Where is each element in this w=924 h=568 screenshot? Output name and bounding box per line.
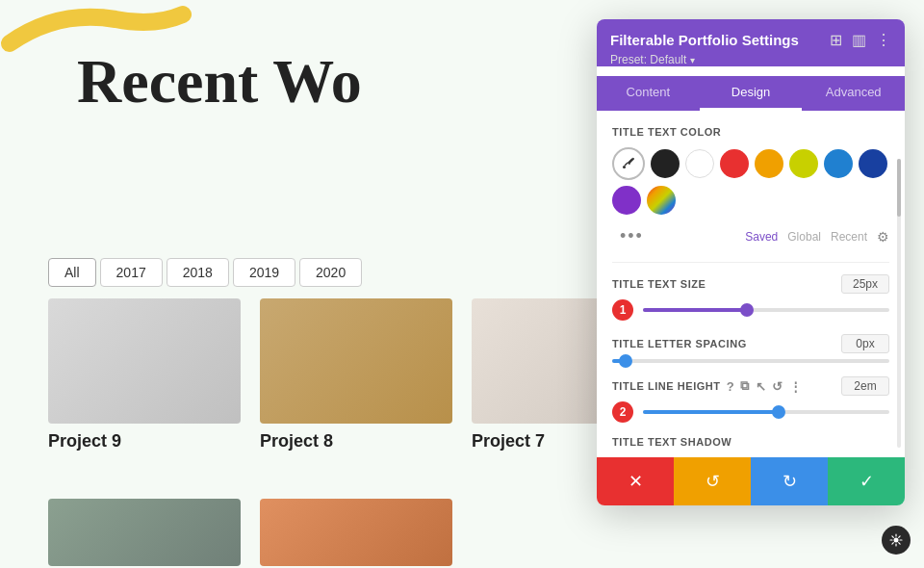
more-options-icon[interactable]: ⋮ [789, 379, 803, 394]
title-size-fill [643, 308, 747, 312]
tab-content[interactable]: Content [597, 76, 700, 111]
swatch-red[interactable] [720, 149, 749, 178]
title-spacing-thumb[interactable] [619, 354, 632, 368]
filter-2017[interactable]: 2017 [100, 258, 163, 287]
portfolio-label-9: Project 9 [48, 431, 241, 452]
reset-icon[interactable]: ↺ [772, 379, 783, 394]
copy-icon[interactable]: ⧉ [740, 378, 750, 394]
swatch-blue[interactable] [824, 149, 853, 178]
undo-button[interactable]: ↺ [674, 457, 751, 505]
title-lineheight-section: Title Line Height ? ⧉ ↖ ↺ ⋮ 2em 2 [612, 376, 889, 423]
cursor-icon[interactable]: ↖ [756, 379, 767, 394]
title-lineheight-label: Title Line Height ? ⧉ ↖ ↺ ⋮ [612, 378, 802, 394]
panel-tabs: Content Design Advanced [597, 76, 905, 111]
cancel-icon: ✕ [629, 471, 643, 492]
confirm-button[interactable]: ✓ [828, 457, 905, 505]
title-spacing-header: Title Letter Spacing 0px [612, 334, 889, 353]
swatch-orange[interactable] [755, 149, 783, 178]
badge-2: 2 [612, 401, 633, 423]
panel-header-top: Filterable Portfolio Settings ⊞ ▥ ⋮ [610, 31, 891, 49]
title-lineheight-value[interactable]: 2em [841, 376, 889, 396]
svg-line-0 [625, 163, 628, 166]
recent-tag[interactable]: Recent [831, 230, 867, 244]
redo-button[interactable]: ↻ [751, 457, 828, 505]
bottom-thumb-1[interactable] [48, 499, 241, 566]
swatch-darkblue[interactable] [859, 149, 887, 178]
title-spacing-value[interactable]: 0px [841, 334, 889, 353]
color-picker-button[interactable] [612, 147, 645, 180]
preset-arrow-icon: ▾ [690, 55, 695, 65]
svg-point-1 [623, 166, 626, 168]
columns-icon[interactable]: ▥ [852, 31, 866, 49]
preset-label: Preset: Default [610, 53, 686, 66]
portfolio-thumb-8[interactable] [260, 298, 452, 424]
saved-tag[interactable]: Saved [745, 230, 778, 244]
portfolio-label-8: Project 8 [260, 431, 452, 452]
scrollbar[interactable] [897, 159, 901, 448]
title-lineheight-thumb[interactable] [772, 405, 785, 419]
panel-preset[interactable]: Preset: Default ▾ [610, 53, 891, 66]
badge-1: 1 [612, 299, 633, 321]
title-lineheight-track[interactable] [643, 410, 889, 414]
title-lineheight-header: Title Line Height ? ⧉ ↖ ↺ ⋮ 2em [612, 376, 889, 396]
title-size-header: Title Text Size 25px [612, 274, 889, 294]
title-lineheight-fill [643, 410, 779, 414]
title-color-label: Title Text Color [612, 126, 889, 138]
swatch-gradient[interactable] [647, 186, 676, 215]
bottom-row [48, 499, 452, 566]
more-colors-button[interactable]: ••• [612, 222, 652, 250]
title-spacing-slider-row [612, 359, 889, 363]
portfolio-item-8: Project 8 [260, 298, 452, 452]
title-spacing-label: Title Letter Spacing [612, 338, 747, 349]
title-size-track[interactable] [643, 308, 889, 312]
panel-title: Filterable Portfolio Settings [610, 32, 799, 48]
more-icon[interactable]: ⋮ [876, 31, 891, 49]
swatch-black[interactable] [651, 149, 680, 178]
filter-2019[interactable]: 2019 [233, 258, 295, 287]
portfolio-grid: Project 9 Project 8 Project 7 [48, 298, 664, 452]
settings-panel: Filterable Portfolio Settings ⊞ ▥ ⋮ Pres… [597, 19, 905, 505]
title-size-value[interactable]: 25px [841, 274, 889, 294]
floating-action-button[interactable] [882, 526, 911, 555]
portfolio-item-9: Project 9 [48, 298, 241, 452]
portfolio-thumb-9[interactable] [48, 298, 241, 424]
title-size-slider-row: 1 [612, 299, 889, 321]
scrollbar-thumb[interactable] [897, 159, 901, 217]
title-lineheight-slider-row: 2 [612, 401, 889, 423]
filter-2018[interactable]: 2018 [167, 258, 229, 287]
help-icon[interactable]: ? [727, 379, 735, 394]
filter-bar: All 2017 2018 2019 2020 [48, 258, 362, 287]
color-row-2: ••• Saved Global Recent ⚙ [612, 222, 889, 250]
eyedropper-icon [621, 156, 636, 171]
settings-alt-icon [889, 533, 903, 547]
panel-header-icons: ⊞ ▥ ⋮ [830, 31, 891, 49]
title-size-section: Title Text Size 25px 1 [612, 274, 889, 321]
swatch-purple[interactable] [612, 186, 641, 215]
panel-body: Title Text Color ••• Saved G [597, 111, 905, 448]
global-tag[interactable]: Global [787, 230, 821, 244]
fullscreen-icon[interactable]: ⊞ [830, 31, 842, 49]
undo-icon: ↺ [706, 471, 720, 492]
swatch-yellow[interactable] [789, 149, 818, 178]
page-title: Recent Wo [77, 46, 362, 117]
color-swatch-row [612, 147, 889, 215]
tab-design[interactable]: Design [700, 76, 803, 111]
bottom-thumb-2[interactable] [260, 499, 452, 566]
title-lineheight-text: Title Line Height [612, 380, 721, 392]
cancel-button[interactable]: ✕ [597, 457, 674, 505]
filter-all[interactable]: All [48, 258, 96, 287]
panel-footer: ✕ ↺ ↻ ✓ [597, 457, 905, 505]
color-tags: Saved Global Recent ⚙ [745, 229, 889, 245]
swatch-white[interactable] [685, 149, 714, 178]
title-size-label: Title Text Size [612, 278, 706, 290]
title-spacing-section: Title Letter Spacing 0px [612, 334, 889, 363]
redo-icon: ↻ [783, 471, 797, 492]
svg-point-2 [894, 538, 899, 543]
title-size-thumb[interactable] [740, 303, 754, 317]
title-spacing-track[interactable] [612, 359, 889, 363]
confirm-icon: ✓ [860, 471, 874, 492]
color-settings-icon[interactable]: ⚙ [877, 229, 889, 245]
panel-header: Filterable Portfolio Settings ⊞ ▥ ⋮ Pres… [597, 19, 905, 66]
filter-2020[interactable]: 2020 [299, 258, 362, 287]
tab-advanced[interactable]: Advanced [802, 76, 905, 111]
